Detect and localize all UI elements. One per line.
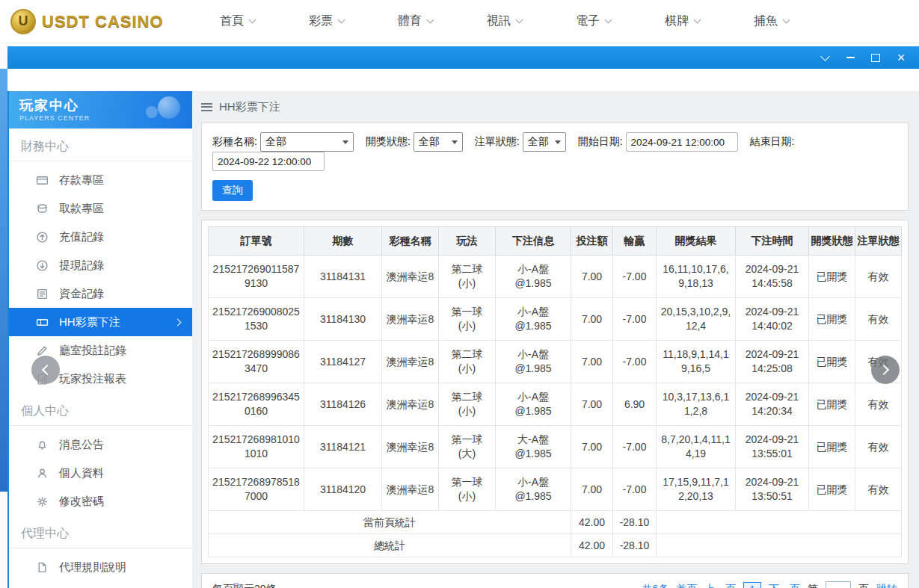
- sidebar-item-hh-lottery-bets[interactable]: HH彩票下注: [9, 308, 192, 336]
- cell-bet-info: 小-A盤@1.985: [496, 468, 571, 511]
- nav-label: 彩票: [309, 13, 333, 29]
- summary-win-loss: -28.10: [613, 511, 657, 534]
- cell-draw-status: 已開獎: [809, 298, 855, 341]
- table-row: 2152172689810101010 31184121 澳洲幸运8 第一球(大…: [209, 426, 902, 468]
- col-bet-time: 下注時間: [736, 227, 809, 256]
- lottery-name-label: 彩種名稱:: [212, 135, 257, 149]
- sidebar-item-label: HH彩票下注: [59, 315, 120, 329]
- agent-rules-doc-icon: [36, 561, 49, 574]
- cell-bet-amount: 7.00: [571, 298, 613, 341]
- page-title: HH彩票下注: [219, 100, 280, 114]
- cell-lottery-name: 澳洲幸运8: [382, 468, 439, 511]
- sidebar-item-funds-record[interactable]: 資金記錄: [9, 279, 192, 308]
- carousel-next-button[interactable]: [871, 356, 900, 384]
- withdraw-coins-icon: [36, 202, 49, 215]
- col-order-id: 訂單號: [209, 227, 304, 256]
- cell-draw-status: 已開獎: [809, 468, 855, 511]
- next-page-link[interactable]: 下一页: [769, 583, 800, 588]
- site-logo-text: USDT CASINO: [42, 12, 164, 31]
- cell-lottery-name: 澳洲幸运8: [382, 341, 439, 383]
- draw-status-select[interactable]: 全部: [414, 132, 463, 152]
- cell-period: 31184126: [304, 383, 382, 426]
- summary-bet-amount: 42.00: [571, 534, 613, 557]
- sidebar-item-agent-rules[interactable]: 代理規則說明: [9, 553, 192, 581]
- section-header-finance: 財務中心: [9, 129, 192, 161]
- table-row: 2152172690115879130 31184131 澳洲幸运8 第二球(小…: [209, 256, 902, 298]
- cell-bet-time: 2024-09-21 14:45:58: [736, 256, 809, 298]
- sidebar-item-label: 廳室投註記錄: [59, 344, 126, 358]
- cell-bet-info: 小-A盤@1.985: [496, 256, 571, 298]
- bets-table: 訂單號 期數 彩種名稱 玩法 下注信息 投注額 輸贏 開獎結果 下注時間 開獎狀…: [208, 226, 902, 557]
- jump-button[interactable]: 跳转: [876, 583, 897, 588]
- current-page-number[interactable]: 1: [743, 582, 761, 588]
- player-center-window: 玩家中心 PLAYERS CENTER 財務中心 存款專區 取款專區 充值記錄 …: [7, 46, 919, 588]
- nav-item-home[interactable]: 首頁: [220, 13, 255, 29]
- section-header-personal: 個人中心: [9, 393, 192, 426]
- lottery-name-select[interactable]: 全部: [260, 132, 354, 152]
- cell-win-loss: -7.00: [613, 298, 657, 341]
- end-date-input[interactable]: [212, 152, 325, 171]
- order-status-select[interactable]: 全部: [523, 132, 566, 152]
- sidebar-item-announcements[interactable]: 消息公告: [9, 430, 192, 459]
- cell-order-id: 2152172689785187000: [209, 468, 304, 511]
- sidebar-item-withdraw[interactable]: 取款專區: [9, 194, 192, 223]
- col-bet-amount: 投注額: [571, 227, 613, 256]
- chevron-down-icon: [694, 16, 701, 24]
- sidebar-item-cashout-record[interactable]: 提現記錄: [9, 251, 192, 279]
- cashout-record-icon: [36, 259, 49, 272]
- nav-item-live[interactable]: 視訊: [487, 13, 522, 29]
- cell-order-status: 有效: [855, 256, 902, 298]
- chevron-right-icon: [879, 365, 889, 375]
- window-chevron-down-icon[interactable]: [814, 49, 835, 66]
- cell-period: 31184131: [304, 256, 382, 298]
- sidebar-item-label: 修改密碼: [59, 495, 104, 509]
- first-page-link[interactable]: 首页: [676, 583, 697, 588]
- window-body: 玩家中心 PLAYERS CENTER 財務中心 存款專區 取款專區 充值記錄 …: [7, 91, 919, 588]
- col-play-type: 玩法: [439, 227, 496, 256]
- start-date-input[interactable]: [626, 132, 738, 152]
- cell-draw-result: 11,18,9,1,14,19,16,5: [657, 341, 736, 383]
- cell-play-type: 第二球(小): [439, 341, 496, 383]
- background-page-strip: [0, 46, 7, 588]
- prev-page-link[interactable]: 上一页: [704, 583, 736, 588]
- sidebar-item-label: 提現記錄: [59, 259, 104, 273]
- window-minimize-button[interactable]: [840, 49, 861, 66]
- summary-label: 當前頁統計: [209, 511, 571, 534]
- section-header-agent: 代理中心: [9, 516, 192, 548]
- page-size-text: 每頁顯示20條: [212, 583, 277, 588]
- cell-draw-result: 17,15,9,11,7,12,20,13: [657, 468, 736, 511]
- bets-table-panel: 訂單號 期數 彩種名稱 玩法 下注信息 投注額 輸贏 開獎結果 下注時間 開獎狀…: [201, 220, 909, 564]
- draw-status-label: 開獎狀態:: [366, 135, 411, 149]
- chevron-down-icon: [555, 140, 561, 144]
- cell-play-type: 第一球(小): [439, 298, 496, 341]
- nav-item-cards[interactable]: 棋牌: [665, 13, 700, 29]
- cell-play-type: 第二球(小): [439, 256, 496, 298]
- chevron-down-icon: [427, 16, 434, 24]
- nav-item-sports[interactable]: 體育: [398, 13, 433, 29]
- sidebar-item-change-password[interactable]: 修改密碼: [9, 487, 192, 516]
- cell-lottery-name: 澳洲幸运8: [382, 256, 439, 298]
- search-button[interactable]: 查詢: [212, 180, 253, 201]
- sidebar-item-deposit[interactable]: 存款專區: [9, 166, 192, 194]
- start-date-label: 開始日期:: [578, 135, 623, 149]
- jump-page-input[interactable]: [826, 581, 851, 588]
- sidebar-item-profile[interactable]: 個人資料: [9, 459, 192, 487]
- sidebar-item-recharge-record[interactable]: 充值記錄: [9, 223, 192, 251]
- sidebar-title: 玩家中心: [19, 96, 182, 114]
- cell-bet-amount: 7.00: [571, 341, 613, 383]
- cell-lottery-name: 澳洲幸运8: [382, 298, 439, 341]
- cell-draw-status: 已開獎: [809, 383, 855, 426]
- carousel-prev-button[interactable]: [31, 356, 60, 384]
- draw-status-select-value: 全部: [419, 135, 440, 149]
- window-close-button[interactable]: [891, 49, 912, 66]
- nav-item-fishing[interactable]: 捕魚: [754, 13, 789, 29]
- summary-empty: [657, 534, 902, 557]
- window-maximize-button[interactable]: [865, 49, 886, 66]
- site-logo[interactable]: U USDT CASINO: [10, 9, 184, 34]
- cell-draw-result: 16,11,10,17,6,9,18,13: [657, 256, 736, 298]
- sidebar-item-label: 代理規則說明: [59, 560, 126, 575]
- nav-item-lottery[interactable]: 彩票: [309, 13, 344, 29]
- cell-win-loss: -7.00: [613, 426, 657, 468]
- nav-item-slots[interactable]: 電子: [576, 13, 611, 29]
- cell-draw-result: 8,7,20,1,4,11,14,19: [657, 426, 736, 468]
